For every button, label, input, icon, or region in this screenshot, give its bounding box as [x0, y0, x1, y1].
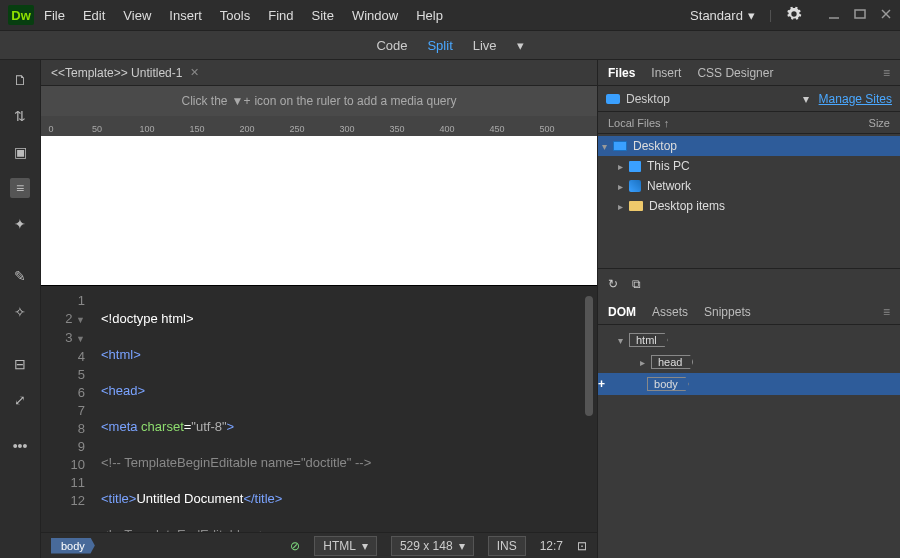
menu-find[interactable]: Find — [268, 8, 293, 23]
chevron-down-icon: ▾ — [803, 92, 809, 106]
list-icon[interactable]: ≡ — [10, 178, 30, 198]
file-icon[interactable]: 🗋 — [10, 70, 30, 90]
panel-icon[interactable]: ▣ — [10, 142, 30, 162]
header-local-files[interactable]: Local Files ↑ — [608, 117, 869, 129]
view-mode-bar: Code Split Live ▾ — [0, 30, 900, 60]
close-icon[interactable] — [880, 8, 892, 23]
chevron-right-icon[interactable]: ▸ — [618, 161, 623, 172]
menu-edit[interactable]: Edit — [83, 8, 105, 23]
menu-view[interactable]: View — [123, 8, 151, 23]
dom-toolbar: ↻ ⧉ — [598, 269, 900, 299]
tab-dom[interactable]: DOM — [608, 305, 636, 319]
main-menu: File Edit View Insert Tools Find Site Wi… — [44, 8, 443, 23]
site-dropdown-label: Desktop — [626, 92, 670, 106]
menu-help[interactable]: Help — [416, 8, 443, 23]
target-icon[interactable]: ✦ — [10, 214, 30, 234]
language-select[interactable]: HTML▾ — [314, 536, 377, 556]
divider: | — [769, 8, 772, 22]
chevron-down-icon: ▾ — [748, 8, 755, 23]
dom-row-body[interactable]: + body — [598, 373, 900, 395]
status-bar: body ⊘ HTML▾ 529 x 148▾ INS 12:7 ⊡ — [41, 532, 597, 558]
tab-insert[interactable]: Insert — [651, 66, 681, 80]
chevron-right-icon[interactable]: ▸ — [640, 357, 645, 368]
panel-menu-icon[interactable]: ≡ — [883, 66, 890, 80]
insert-mode[interactable]: INS — [488, 536, 526, 556]
left-toolbar: 🗋 ⇅ ▣ ≡ ✦ ✎ ✧ ⊟ ⤢ ••• — [0, 60, 40, 558]
site-dropdown[interactable]: Desktop ▾ — [606, 92, 819, 106]
design-canvas[interactable] — [41, 136, 597, 286]
tab-snippets[interactable]: Snippets — [704, 305, 751, 319]
comment-icon[interactable]: ⊟ — [10, 354, 30, 374]
gear-icon[interactable] — [786, 6, 802, 25]
chevron-right-icon[interactable]: ▸ — [618, 181, 623, 192]
sparkle-icon[interactable]: ✧ — [10, 302, 30, 322]
chevron-down-icon[interactable]: ▾ — [517, 38, 524, 53]
document-tab[interactable]: <<Template>> Untitled-1 ✕ — [51, 66, 199, 80]
chevron-right-icon[interactable]: ▸ — [618, 201, 623, 212]
chevron-down-icon[interactable]: ▾ — [602, 141, 607, 152]
link-icon[interactable]: ⧉ — [632, 277, 641, 291]
tab-css-designer[interactable]: CSS Designer — [697, 66, 773, 80]
file-tree: ▾ Desktop ▸ This PC ▸ Network ▸ Desktop … — [598, 134, 900, 218]
code-content[interactable]: <!doctype html> <html> <head> <meta char… — [91, 286, 371, 532]
ruler-tick: 350 — [387, 124, 407, 134]
code-editor[interactable]: 1 2 ▼ 3 ▼ 45 67 89 1011 12 <!doctype htm… — [41, 286, 597, 532]
ruler-tick: 500 — [537, 124, 557, 134]
ruler-tick: 300 — [337, 124, 357, 134]
tree-row-desktop-items[interactable]: ▸ Desktop items — [598, 196, 900, 216]
dom-tag: body — [647, 377, 689, 391]
tab-files[interactable]: Files — [608, 66, 635, 80]
maximize-icon[interactable] — [854, 8, 866, 23]
tree-label: This PC — [647, 159, 690, 173]
files-panel-tabs: Files Insert CSS Designer ≡ — [598, 60, 900, 86]
more-icon[interactable]: ••• — [10, 436, 30, 456]
hint-text: icon on the ruler to add a media query — [254, 94, 456, 108]
scrollbar[interactable] — [585, 296, 593, 416]
tab-assets[interactable]: Assets — [652, 305, 688, 319]
media-query-icon: ▼+ — [232, 94, 251, 108]
add-icon[interactable]: + — [598, 377, 605, 391]
header-size[interactable]: Size — [869, 117, 890, 129]
ruler-tick: 150 — [187, 124, 207, 134]
collapse-icon[interactable]: ⤢ — [10, 390, 30, 410]
dom-row-html[interactable]: ▾ html — [598, 329, 900, 351]
folder-icon — [629, 201, 643, 211]
menu-window[interactable]: Window — [352, 8, 398, 23]
workspace-switcher[interactable]: Standard ▾ — [690, 8, 755, 23]
dom-tag: head — [651, 355, 693, 369]
document-tab-label: <<Template>> Untitled-1 — [51, 66, 182, 80]
tag-selector[interactable]: body — [51, 538, 95, 554]
dimensions-select[interactable]: 529 x 148▾ — [391, 536, 474, 556]
menu-site[interactable]: Site — [311, 8, 333, 23]
dom-row-head[interactable]: ▸ head — [598, 351, 900, 373]
ruler[interactable]: 0 50 100 150 200 250 300 350 400 450 500 — [41, 116, 597, 136]
panel-menu-icon[interactable]: ≡ — [883, 305, 890, 319]
tree-row-thispc[interactable]: ▸ This PC — [598, 156, 900, 176]
line-numbers: 1 2 ▼ 3 ▼ 45 67 89 1011 12 — [41, 286, 91, 532]
menu-insert[interactable]: Insert — [169, 8, 202, 23]
tree-row-network[interactable]: ▸ Network — [598, 176, 900, 196]
refresh-icon[interactable]: ↻ — [608, 277, 618, 291]
files-headers[interactable]: Local Files ↑ Size — [598, 112, 900, 134]
chevron-down-icon[interactable]: ▾ — [618, 335, 623, 346]
status-ok-icon[interactable]: ⊘ — [290, 539, 300, 553]
pc-icon — [629, 161, 641, 172]
tree-row-desktop[interactable]: ▾ Desktop — [598, 136, 900, 156]
media-query-hint: Click the ▼+ icon on the ruler to add a … — [41, 86, 597, 116]
menu-file[interactable]: File — [44, 8, 65, 23]
ruler-tick: 400 — [437, 124, 457, 134]
wand-icon[interactable]: ✎ — [10, 266, 30, 286]
minimize-icon[interactable] — [828, 8, 840, 23]
view-live[interactable]: Live — [473, 38, 497, 53]
network-icon — [629, 180, 641, 192]
manage-icon[interactable]: ⇅ — [10, 106, 30, 126]
view-code[interactable]: Code — [376, 38, 407, 53]
menu-tools[interactable]: Tools — [220, 8, 250, 23]
manage-sites-link[interactable]: Manage Sites — [819, 92, 892, 106]
close-icon[interactable]: ✕ — [190, 66, 199, 79]
view-split[interactable]: Split — [427, 38, 452, 53]
overflow-icon[interactable]: ⊡ — [577, 539, 587, 553]
dom-tree: ▾ html ▸ head + body — [598, 325, 900, 399]
right-panel: Files Insert CSS Designer ≡ Desktop ▾ Ma… — [598, 60, 900, 558]
titlebar: Dw File Edit View Insert Tools Find Site… — [0, 0, 900, 30]
